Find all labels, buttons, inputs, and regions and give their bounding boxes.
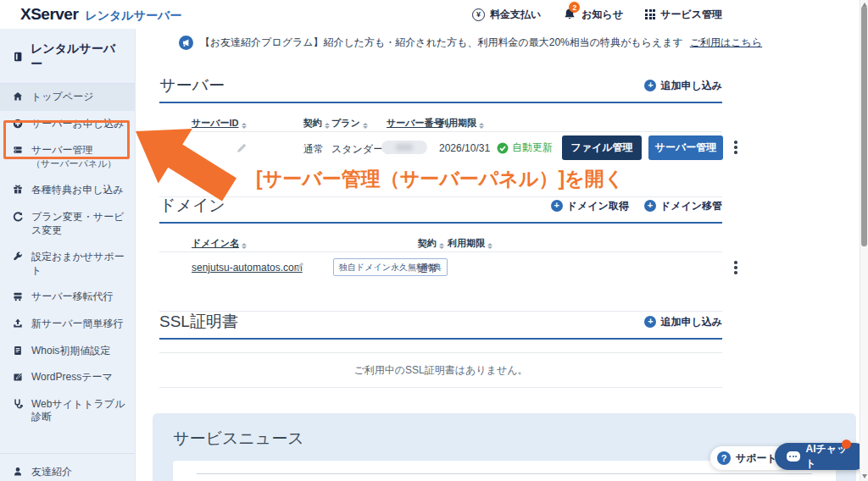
sidebar-item-easy-migration[interactable]: 新サーバー簡単移行 <box>0 311 135 338</box>
referral-banner: 【お友達紹介プログラム】紹介した方も・紹介された方も、利用料金の最大20%相当の… <box>161 36 780 50</box>
col-domain-contract[interactable]: 契約 <box>418 237 444 250</box>
server-contract-value: 通常 <box>303 142 324 157</box>
sort-icon <box>479 123 484 129</box>
sidebar-item-wordpress-theme[interactable]: WordPressテーマ <box>0 364 135 391</box>
sort-icon <box>439 243 444 249</box>
document-icon <box>12 345 24 357</box>
sort-icon <box>487 243 492 249</box>
domain-section-title: ドメイン <box>159 195 225 217</box>
plus-circle-icon <box>644 80 656 91</box>
scrollbar[interactable] <box>860 0 868 481</box>
home-icon <box>12 91 24 102</box>
domain-transfer-button[interactable]: ドメイン移管 <box>644 199 722 213</box>
services-label: サービス管理 <box>660 8 722 22</box>
question-circle-icon <box>717 451 731 465</box>
scrollbar-down-arrow[interactable] <box>862 474 867 478</box>
sort-icon <box>242 243 247 249</box>
refresh-icon <box>12 211 24 223</box>
sidebar-item-benefits-apply[interactable]: 各種特典お申し込み <box>0 177 135 204</box>
scrollbar-thumb[interactable] <box>861 6 867 246</box>
ssl-empty-message: ご利用中のSSL証明書はありません。 <box>159 363 722 378</box>
sidebar-item-server-apply[interactable]: サーバーお申し込み <box>0 111 135 138</box>
payment-label: 料金支払い <box>490 8 541 22</box>
server-expiry-value: 2026/10/31 <box>439 142 490 154</box>
sort-icon <box>363 123 368 129</box>
top-bar: XServer レンタルサーバー 料金支払い 2 お知らせ サービス管理 <box>0 0 860 29</box>
server-panel-sublabel: （サーバーパネル） <box>31 158 116 169</box>
logo-xserver: XServer <box>20 5 78 24</box>
rental-server-icon <box>12 51 24 63</box>
domain-section: ドメイン ドメイン取得 ドメイン移管 ドメイン名 契約 利用期限 senjuts… <box>159 195 722 315</box>
xserver-panel: XServer レンタルサーバー 料金支払い 2 お知らせ サービス管理 <box>0 0 868 481</box>
domain-contract-value: 通常 <box>418 262 438 276</box>
sort-icon <box>242 123 247 129</box>
domain-get-button[interactable]: ドメイン取得 <box>551 199 629 213</box>
table-divider <box>159 352 722 353</box>
payment-menu-item[interactable]: 料金支払い <box>472 8 541 22</box>
notifications-label: お知らせ <box>581 8 623 22</box>
file-management-button[interactable]: ファイル管理 <box>562 135 642 160</box>
col-expiry[interactable]: 利用期限 <box>439 117 484 130</box>
sidebar-item-top-page[interactable]: トップページ <box>0 84 135 111</box>
yen-circle-icon <box>472 8 485 21</box>
sidebar-title: レンタルサーバー <box>0 29 135 84</box>
col-contract[interactable]: 契約 <box>303 117 330 130</box>
server-panel-button[interactable]: サーバー管理 <box>648 135 723 160</box>
chat-bubble-icon <box>787 451 800 462</box>
referral-banner-link[interactable]: ご利用はこちら <box>690 36 762 50</box>
services-menu-item[interactable]: サービス管理 <box>645 8 722 22</box>
table-divider <box>159 252 722 252</box>
col-domain-name[interactable]: ドメイン名 <box>192 237 247 250</box>
logo-rental-server: レンタルサーバー <box>85 8 181 24</box>
check-circle-icon <box>497 142 509 154</box>
sidebar-item-plan-change[interactable]: プラン変更・サービス変更 <box>0 204 135 244</box>
domain-name-link[interactable]: senjutsu-automatos.com <box>192 262 303 274</box>
table-divider <box>159 131 722 132</box>
server-section-title: サーバー <box>159 75 225 97</box>
row-menu-icon[interactable] <box>731 257 741 278</box>
ai-chat-notification-dot <box>842 440 851 449</box>
row-menu-icon[interactable] <box>731 137 741 158</box>
table-divider <box>159 387 722 388</box>
sidebar-item-server-transfer[interactable]: サーバー移転代行 <box>0 284 135 311</box>
sidebar-item-server-management[interactable]: サーバー管理 （サーバーパネル） <box>0 137 135 177</box>
server-transfer-icon <box>12 290 24 302</box>
auto-renewal-status: 自動更新 <box>497 141 553 155</box>
news-divider <box>197 473 812 474</box>
person-icon <box>12 466 24 478</box>
server-icon <box>12 144 24 156</box>
server-number-redacted <box>381 141 427 154</box>
logo[interactable]: XServer レンタルサーバー <box>20 5 181 24</box>
sidebar: レンタルサーバー トップページ サーバーお申し込み サーバー管理 （サーバーパネ… <box>0 29 136 481</box>
plus-circle-icon <box>644 200 656 212</box>
col-domain-expiry[interactable]: 利用期限 <box>448 237 492 250</box>
notifications-menu-item[interactable]: 2 お知らせ <box>563 8 623 22</box>
edit-pencil-icon[interactable] <box>293 261 305 273</box>
server-section: サーバー 追加申し込み サーバーID 契約 プラン サーバー番号 利用期限 通常… <box>159 75 722 201</box>
ssl-section-title: SSL証明書 <box>159 311 238 333</box>
sidebar-item-whois[interactable]: Whois初期値設定 <box>0 338 135 365</box>
edit-pencil-icon[interactable] <box>236 142 248 154</box>
ssl-section: SSL証明書 追加申し込み ご利用中のSSL証明書はありません。 <box>159 311 722 417</box>
sidebar-item-trouble-diagnosis[interactable]: Webサイトトラブル診断 <box>0 391 135 431</box>
top-nav: 料金支払い 2 お知らせ サービス管理 <box>472 0 722 29</box>
server-management-label: サーバー管理 <box>31 144 93 156</box>
sidebar-item-setup-support[interactable]: 設定おまかせサポート <box>0 244 135 284</box>
wrench-icon <box>12 251 24 263</box>
ssl-add-button[interactable]: 追加申し込み <box>644 315 722 329</box>
sidebar-divider <box>0 453 135 454</box>
bell-icon: 2 <box>563 8 576 21</box>
stethoscope-icon <box>12 398 24 410</box>
gift-icon <box>12 184 24 196</box>
plus-circle-icon <box>644 316 656 328</box>
col-plan[interactable]: プラン <box>331 117 368 130</box>
sort-icon <box>325 123 330 129</box>
ai-chat-button[interactable]: AIチャット <box>775 443 868 470</box>
sidebar-item-friend-referral[interactable]: 友達紹介 <box>0 459 135 481</box>
referral-banner-text: 【お友達紹介プログラム】紹介した方も・紹介された方も、利用料金の最大20%相当の… <box>200 36 683 50</box>
plus-circle-icon <box>12 118 24 130</box>
server-add-button[interactable]: 追加申し込み <box>644 79 722 93</box>
upload-icon <box>12 318 24 329</box>
megaphone-icon <box>179 36 193 50</box>
col-server-id[interactable]: サーバーID <box>192 117 247 130</box>
